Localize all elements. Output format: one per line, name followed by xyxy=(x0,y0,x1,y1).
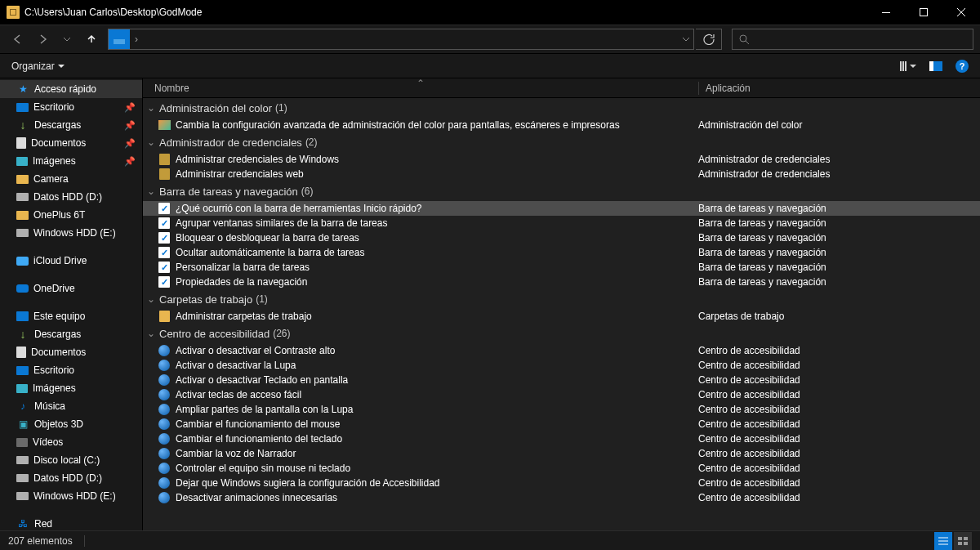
tree-item[interactable]: Camera xyxy=(0,170,142,188)
group-header[interactable]: ⌄Carpetas de trabajo (1) xyxy=(143,289,980,309)
item-application: Administración del color xyxy=(698,119,802,131)
tree-item[interactable]: OneDrive xyxy=(0,279,142,297)
file-list[interactable]: ⌄Administración del color (1)Cambia la c… xyxy=(143,98,980,530)
group-header[interactable]: ⌄Administración del color (1) xyxy=(143,98,980,118)
chevron-down-icon: ⌄ xyxy=(146,102,156,114)
list-item[interactable]: Activar o desactivar Teclado en pantalla… xyxy=(143,373,980,387)
tree-item[interactable]: Datos HDD (D:) xyxy=(0,469,142,487)
group-count: (26) xyxy=(273,328,290,339)
tree-item[interactable]: OnePlus 6T xyxy=(0,206,142,224)
tree-item[interactable]: Descargas xyxy=(0,325,142,343)
thumbnails-view-toggle[interactable] xyxy=(954,532,972,550)
list-item[interactable]: ¿Qué ocurrió con la barra de herramienta… xyxy=(143,201,980,216)
column-name[interactable]: Nombre xyxy=(154,83,698,94)
svg-rect-6 xyxy=(964,537,968,540)
search-input[interactable] xyxy=(732,29,973,50)
list-item[interactable]: Ampliar partes de la pantalla con la Lup… xyxy=(143,402,980,417)
tree-item[interactable]: Imágenes xyxy=(0,379,142,397)
organize-button[interactable]: Organizar xyxy=(8,59,68,74)
close-button[interactable] xyxy=(942,0,980,25)
list-item[interactable]: Administrar carpetas de trabajoCarpetas … xyxy=(143,309,980,324)
list-item[interactable]: Personalizar la barra de tareasBarra de … xyxy=(143,260,980,275)
item-application: Administrador de credenciales xyxy=(698,154,830,165)
objects-icon: ▣ xyxy=(16,418,29,431)
list-item[interactable]: Agrupar ventanas similares de la barra d… xyxy=(143,216,980,230)
item-name: Cambiar el funcionamiento del mouse xyxy=(176,418,698,430)
tree-item[interactable]: Este equipo xyxy=(0,307,142,325)
item-name: Cambiar la voz de Narrador xyxy=(176,448,698,459)
list-item[interactable]: Administrar credenciales webAdministrado… xyxy=(143,167,980,181)
tree-item-label: iCloud Drive xyxy=(33,255,87,266)
list-item[interactable]: Dejar que Windows sugiera la configuraci… xyxy=(143,476,980,490)
refresh-button[interactable] xyxy=(696,29,722,50)
item-application: Centro de accesibilidad xyxy=(698,389,800,400)
list-item[interactable]: Cambiar el funcionamiento del mouseCentr… xyxy=(143,417,980,432)
list-item[interactable]: Activar o desactivar el Contraste altoCe… xyxy=(143,343,980,358)
list-item[interactable]: Cambiar el funcionamiento del tecladoCen… xyxy=(143,432,980,446)
list-item[interactable]: Propiedades de la navegaciónBarra de tar… xyxy=(143,275,980,289)
column-headers[interactable]: Nombre ⌃ Aplicación xyxy=(143,78,980,98)
tree-item[interactable]: ▣Objetos 3D xyxy=(0,415,142,433)
images-icon xyxy=(16,157,28,166)
list-item[interactable]: Cambiar la voz de NarradorCentro de acce… xyxy=(143,446,980,461)
up-button[interactable] xyxy=(80,28,103,51)
item-name: ¿Qué ocurrió con la barra de herramienta… xyxy=(176,203,698,214)
group-header[interactable]: ⌄Centro de accesibilidad (26) xyxy=(143,324,980,343)
navigation-tree[interactable]: ★Acceso rápidoEscritorio📌Descargas📌Docum… xyxy=(0,78,143,530)
tree-item[interactable]: Descargas📌 xyxy=(0,116,142,134)
recent-dropdown[interactable] xyxy=(56,28,78,51)
list-item[interactable]: Ocultar automáticamente la barra de tare… xyxy=(143,245,980,260)
folder-icon xyxy=(7,6,20,19)
address-bar[interactable]: › xyxy=(108,29,694,50)
group-header[interactable]: ⌄Barra de tareas y navegación (6) xyxy=(143,181,980,201)
minimize-button[interactable] xyxy=(867,0,905,25)
group-count: (1) xyxy=(275,102,287,114)
tree-item[interactable]: 🖧Red xyxy=(0,515,142,530)
help-icon: ? xyxy=(956,60,969,73)
icloud-icon xyxy=(16,257,29,266)
list-item[interactable]: Desactivar animaciones innecesariasCentr… xyxy=(143,490,980,505)
tree-item[interactable]: Windows HDD (E:) xyxy=(0,487,142,505)
column-application[interactable]: Aplicación xyxy=(699,83,980,94)
item-icon xyxy=(158,118,171,132)
tree-item[interactable]: Disco local (C:) xyxy=(0,451,142,469)
item-application: Centro de accesibilidad xyxy=(698,345,800,356)
tree-item[interactable]: Escritorio xyxy=(0,361,142,379)
tree-item[interactable]: Windows HDD (E:) xyxy=(0,224,142,242)
tree-item-label: Descargas xyxy=(34,329,81,340)
tree-item[interactable]: Datos HDD (D:) xyxy=(0,188,142,206)
help-button[interactable]: ? xyxy=(952,58,972,74)
tree-item[interactable]: iCloud Drive xyxy=(0,252,142,270)
item-application: Centro de accesibilidad xyxy=(698,404,800,415)
tree-item-label: Imágenes xyxy=(33,155,76,167)
address-history-dropdown[interactable] xyxy=(679,38,693,42)
preview-pane-button[interactable] xyxy=(926,60,946,73)
tree-item[interactable]: ♪Música xyxy=(0,397,142,415)
maximize-button[interactable] xyxy=(905,0,942,25)
list-item[interactable]: Bloquear o desbloquear la barra de tarea… xyxy=(143,230,980,245)
drive-icon xyxy=(16,492,29,500)
tree-item[interactable]: Imágenes📌 xyxy=(0,152,142,170)
tree-item[interactable]: Documentos📌 xyxy=(0,134,142,152)
back-button[interactable] xyxy=(7,28,29,51)
star-icon: ★ xyxy=(16,83,29,96)
list-item[interactable]: Controlar el equipo sin mouse ni teclado… xyxy=(143,461,980,476)
forward-button[interactable] xyxy=(31,28,54,51)
list-item[interactable]: Administrar credenciales de WindowsAdmin… xyxy=(143,152,980,167)
tree-item[interactable]: ★Acceso rápido xyxy=(0,80,142,98)
tree-item[interactable]: Documentos xyxy=(0,343,142,361)
breadcrumb-current[interactable]: › xyxy=(130,29,143,49)
item-name: Desactivar animaciones innecesarias xyxy=(176,492,698,503)
list-item[interactable]: Activar teclas de acceso fácilCentro de … xyxy=(143,387,980,402)
chevron-down-icon xyxy=(910,65,916,68)
details-view-toggle[interactable] xyxy=(934,532,952,550)
item-icon xyxy=(158,153,171,166)
view-button[interactable] xyxy=(897,60,920,73)
list-item[interactable]: Activar o desactivar la LupaCentro de ac… xyxy=(143,358,980,373)
group-header[interactable]: ⌄Administrador de credenciales (2) xyxy=(143,132,980,152)
list-item[interactable]: Cambia la configuración avanzada de admi… xyxy=(143,118,980,132)
tree-item-label: OnePlus 6T xyxy=(33,209,85,221)
tree-item[interactable]: Escritorio📌 xyxy=(0,98,142,116)
item-icon xyxy=(158,202,171,215)
tree-item[interactable]: Vídeos xyxy=(0,433,142,451)
